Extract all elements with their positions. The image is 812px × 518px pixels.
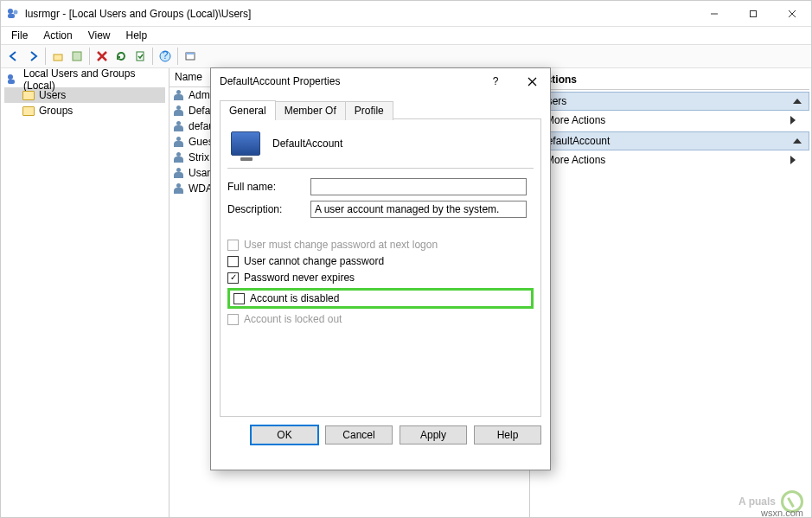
window-title: lusrmgr - [Local Users and Groups (Local… xyxy=(25,8,694,20)
actions-band-users[interactable]: Users xyxy=(532,92,809,111)
forward-button[interactable] xyxy=(23,47,42,66)
folder-icon xyxy=(22,104,35,118)
account-name: DefaultAccount xyxy=(272,137,342,150)
cannot-change-label: User cannot change password xyxy=(244,255,384,267)
tree-groups-label: Groups xyxy=(39,105,73,117)
svg-rect-8 xyxy=(73,52,81,61)
properties-view-icon[interactable] xyxy=(67,47,86,66)
user-icon xyxy=(173,182,185,195)
submenu-icon xyxy=(790,116,796,125)
apply-button[interactable]: Apply xyxy=(400,425,467,444)
user-icon xyxy=(173,105,185,117)
back-button[interactable] xyxy=(4,47,23,66)
minimize-button[interactable] xyxy=(694,1,733,27)
tab-general[interactable]: General xyxy=(220,100,276,119)
account-locked-label: Account is locked out xyxy=(244,313,342,325)
properties-dialog: DefaultAccount Properties ? General Memb… xyxy=(210,67,551,470)
tree-groups[interactable]: Groups xyxy=(4,103,165,118)
svg-rect-11 xyxy=(137,52,144,61)
tab-profile[interactable]: Profile xyxy=(345,101,393,120)
dialog-help-button[interactable]: ? xyxy=(477,68,514,94)
menu-file[interactable]: File xyxy=(4,28,35,43)
refresh-icon[interactable] xyxy=(112,47,131,66)
more-actions-label: More Actions xyxy=(546,114,605,126)
window-controls xyxy=(694,1,811,27)
svg-rect-4 xyxy=(750,10,756,16)
account-icon xyxy=(231,131,260,156)
dialog-titlebar: DefaultAccount Properties ? xyxy=(211,68,550,94)
titlebar: lusrmgr - [Local Users and Groups (Local… xyxy=(1,1,811,27)
watermark-site: wsxn.com xyxy=(761,508,803,518)
svg-rect-1 xyxy=(8,14,15,18)
svg-text:?: ? xyxy=(493,76,499,86)
more-actions-2-label: More Actions xyxy=(546,154,605,166)
dialog-close-button[interactable] xyxy=(514,68,550,94)
dialog-body: General Member Of Profile DefaultAccount… xyxy=(211,94,550,417)
submenu-icon xyxy=(790,156,796,164)
must-change-checkbox xyxy=(227,240,239,251)
tab-member-of[interactable]: Member Of xyxy=(275,101,346,120)
tab-panel-general: DefaultAccount Full name: Description: U… xyxy=(220,119,541,417)
list-item-label: Strix xyxy=(189,151,209,163)
help-icon[interactable]: ? xyxy=(156,47,175,66)
actions-band-account[interactable]: DefaultAccount xyxy=(532,131,809,150)
toolbar: ? xyxy=(1,44,811,68)
more-actions-2[interactable]: More Actions xyxy=(532,150,809,169)
actions-header: Actions xyxy=(532,70,809,90)
ok-button[interactable]: OK xyxy=(251,425,318,444)
user-icon xyxy=(173,167,185,179)
highlight-box: Account is disabled xyxy=(227,288,534,309)
account-disabled-label: Account is disabled xyxy=(250,292,339,304)
full-name-field[interactable] xyxy=(310,178,527,195)
cancel-button[interactable]: Cancel xyxy=(325,425,393,444)
close-button[interactable] xyxy=(772,1,811,27)
folder-icon xyxy=(22,88,35,102)
never-expires-checkbox[interactable]: ✓ xyxy=(227,272,239,284)
more-actions[interactable]: More Actions xyxy=(532,111,809,130)
full-name-label: Full name: xyxy=(227,181,310,193)
tabstrip: General Member Of Profile xyxy=(220,99,541,119)
svg-point-16 xyxy=(8,74,13,80)
svg-rect-15 xyxy=(186,53,195,54)
svg-rect-17 xyxy=(8,80,15,84)
disabled-row[interactable]: Account is disabled xyxy=(233,292,527,304)
collapse-icon xyxy=(793,138,802,144)
menu-view[interactable]: View xyxy=(81,28,118,43)
menu-help[interactable]: Help xyxy=(119,28,155,43)
dialog-title: DefaultAccount Properties xyxy=(220,75,477,87)
cannot-change-checkbox[interactable] xyxy=(227,256,239,267)
tree-users-label: Users xyxy=(39,89,66,101)
menubar: File Action View Help xyxy=(1,27,811,44)
user-icon xyxy=(173,151,185,163)
never-expires-label: Password never expires xyxy=(244,272,355,284)
description-label: Description: xyxy=(227,203,310,215)
account-locked-checkbox xyxy=(227,314,239,325)
never-expires-row[interactable]: ✓ Password never expires xyxy=(227,272,534,284)
menu-action[interactable]: Action xyxy=(36,28,79,43)
user-icon xyxy=(173,120,185,132)
svg-point-2 xyxy=(14,10,18,14)
collapse-icon xyxy=(793,99,802,104)
description-field[interactable] xyxy=(310,201,527,218)
cannot-change-row[interactable]: User cannot change password xyxy=(227,255,534,267)
locked-row: Account is locked out xyxy=(227,313,534,325)
users-groups-icon xyxy=(6,73,20,86)
export-icon[interactable] xyxy=(131,47,150,66)
watermark-text: A puals xyxy=(738,496,776,508)
svg-point-0 xyxy=(8,9,13,14)
help-button[interactable]: Help xyxy=(474,425,541,444)
dialog-buttons: OK Cancel Apply Help xyxy=(211,417,550,453)
must-change-row: User must change password at next logon xyxy=(227,239,534,251)
svg-rect-7 xyxy=(54,54,62,61)
tree-pane[interactable]: Local Users and Groups (Local) Users Gro… xyxy=(1,68,169,517)
tree-root[interactable]: Local Users and Groups (Local) xyxy=(4,72,165,87)
maximize-button[interactable] xyxy=(733,1,772,27)
must-change-label: User must change password at next logon xyxy=(244,239,438,251)
user-icon xyxy=(173,136,185,148)
delete-icon[interactable] xyxy=(93,47,112,66)
up-button[interactable] xyxy=(48,47,67,66)
new-window-icon[interactable] xyxy=(181,47,200,66)
user-icon xyxy=(173,89,185,101)
tree-root-label: Local Users and Groups (Local) xyxy=(23,68,165,92)
account-disabled-checkbox[interactable] xyxy=(233,293,245,304)
